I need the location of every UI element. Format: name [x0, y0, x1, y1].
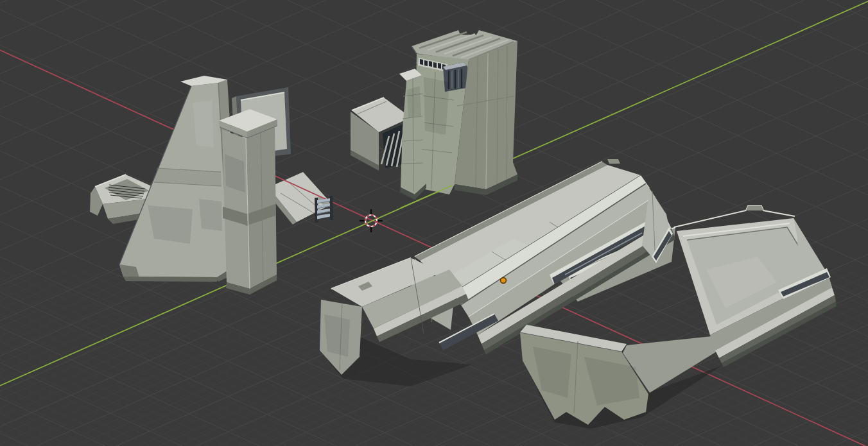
pillar[interactable] — [219, 109, 277, 295]
object-origin-dot[interactable] — [501, 278, 507, 284]
viewport-3d[interactable] — [0, 0, 868, 446]
tower-building[interactable] — [399, 30, 517, 200]
